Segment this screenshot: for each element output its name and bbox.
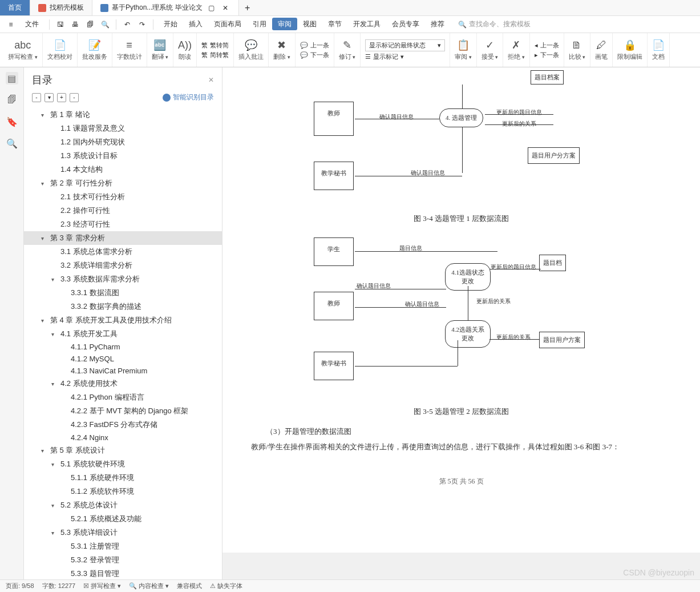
menu-tab-5[interactable]: 视图 <box>297 18 322 30</box>
outline-item[interactable]: 4.1.1 PyCharm <box>24 341 222 353</box>
outline-item[interactable]: 4.1.2 MySQL <box>24 353 222 365</box>
outline-item[interactable]: 4.2.3 FastDFS 分布式存储 <box>24 418 222 432</box>
outline-item[interactable]: ▾第 2 章 可行性分析 <box>24 176 222 190</box>
tab-document[interactable]: 基于Python...理系统 毕业论文▢✕ <box>92 0 239 15</box>
status-spellcheck[interactable]: ☒拼写检查 ▾ <box>83 582 121 590</box>
command-search[interactable]: 🔍查找命令、搜索模板 <box>452 19 531 29</box>
status-compat[interactable]: 兼容模式 <box>177 582 202 590</box>
outline-item[interactable]: 5.1.2 系统软件环境 <box>24 485 222 498</box>
tab-close-icon[interactable]: ✕ <box>220 4 230 12</box>
outline-expand-icon[interactable]: ▾ <box>44 93 54 102</box>
ribbon-delete[interactable]: ✖删除 <box>269 33 296 67</box>
outline-item[interactable]: ▾第 4 章 系统开发工具及使用技术介绍 <box>24 313 222 327</box>
outline-item[interactable]: ▾4.1 系统开发工具 <box>24 327 222 341</box>
outline-item[interactable]: 3.1 系统总体需求分析 <box>24 245 222 259</box>
tab-template[interactable]: 找稻壳模板 <box>30 0 92 15</box>
outline-item[interactable]: 1.2 国内外研究现状 <box>24 135 222 149</box>
menu-tab-4[interactable]: 审阅 <box>272 18 297 30</box>
ribbon-review[interactable]: 📋审阅 <box>450 33 477 67</box>
ribbon-spellcheck[interactable]: abc拼写检查 <box>3 33 43 67</box>
thumbnail-tab-icon[interactable]: 🗐 <box>6 94 18 106</box>
outline-item[interactable]: ▾3.3 系统数据库需求分析 <box>24 272 222 286</box>
menu-tab-2[interactable]: 页面布局 <box>208 18 247 30</box>
menu-tab-1[interactable]: 插入 <box>183 18 208 30</box>
outline-item[interactable]: ▾第 3 章 需求分析 <box>24 231 222 245</box>
save-icon[interactable]: 🖫 <box>54 18 67 31</box>
menu-file[interactable]: 文件 <box>19 17 44 31</box>
undo-icon[interactable]: ↶ <box>121 18 133 31</box>
ribbon-prev-comment[interactable]: 💬上一条 <box>300 41 329 50</box>
outline-item[interactable]: ▾4.2 系统使用技术 <box>24 377 222 390</box>
ribbon-revise[interactable]: ✎修订 <box>334 33 361 67</box>
bookmark-tab-icon[interactable]: 🔖 <box>6 115 18 128</box>
ribbon-read[interactable]: A))朗读 <box>173 33 197 67</box>
outline-item[interactable]: 1.4 本文结构 <box>24 163 222 176</box>
outline-add-icon[interactable]: + <box>57 93 66 102</box>
markup-display-select[interactable]: 显示标记的最终状态▾ <box>365 39 445 51</box>
outline-collapse-icon[interactable]: - <box>32 93 41 102</box>
ribbon-next-change[interactable]: ▸下一条 <box>535 51 559 59</box>
outline-item[interactable]: 4.2.4 Nginx <box>24 432 222 444</box>
outline-item[interactable]: 5.3.1 注册管理 <box>24 539 222 553</box>
outline-remove-icon[interactable]: - <box>70 93 79 102</box>
outline-item[interactable]: 4.2.2 基于 MVT 架构的 Django 框架 <box>24 404 222 418</box>
outline-item[interactable]: 3.3.1 数据流图 <box>24 286 222 300</box>
ribbon-prev-change[interactable]: ◂上一条 <box>535 41 559 50</box>
status-font[interactable]: ⚠缺失字体 <box>210 582 242 590</box>
outline-item[interactable]: ▾5.1 系统软硬件环境 <box>24 457 222 471</box>
redo-icon[interactable]: ↷ <box>136 18 148 31</box>
outline-item[interactable]: ▾第 5 章 系统设计 <box>24 444 222 457</box>
tab-popout-icon[interactable]: ▢ <box>206 4 217 12</box>
outline-item[interactable]: 5.3.3 题目管理 <box>24 567 222 579</box>
ribbon-next-comment[interactable]: 💬下一条 <box>300 51 329 59</box>
hamburger-icon[interactable]: ≡ <box>5 18 17 31</box>
print-preview-icon[interactable]: 🗐 <box>84 18 96 31</box>
status-page[interactable]: 页面: 9/58 <box>6 582 34 590</box>
outline-item[interactable]: ▾5.3 系统详细设计 <box>24 526 222 539</box>
outline-item[interactable]: 1.3 系统设计目标 <box>24 149 222 163</box>
menu-tab-0[interactable]: 开始 <box>158 18 183 30</box>
new-tab-button[interactable]: + <box>239 0 256 15</box>
outline-item[interactable]: 2.1 技术可行性分析 <box>24 190 222 204</box>
ribbon-show-markup[interactable]: ☰显示标记 ▾ <box>365 53 445 61</box>
preview-icon[interactable]: 🔍 <box>99 18 111 31</box>
outline-item[interactable]: 3.3.2 数据字典的描述 <box>24 300 222 313</box>
outline-item[interactable]: 2.3 经济可行性 <box>24 218 222 231</box>
outline-item[interactable]: 5.1.1 系统硬件环境 <box>24 471 222 485</box>
outline-item[interactable]: ▾5.2 系统总体设计 <box>24 498 222 512</box>
search-tab-icon[interactable]: 🔍 <box>6 137 18 150</box>
ribbon-compare[interactable]: 🗎比较 <box>564 33 591 67</box>
ribbon-restrict[interactable]: 🔒限制编辑 <box>613 33 648 67</box>
ribbon-reject[interactable]: ✗拒绝 <box>503 33 530 67</box>
menu-tab-6[interactable]: 章节 <box>322 18 347 30</box>
tab-home[interactable]: 首页 <box>0 0 30 15</box>
ribbon-doccheck[interactable]: 📄文档校对 <box>43 33 78 67</box>
ribbon-pen[interactable]: 🖊画笔 <box>590 33 613 67</box>
menu-tab-3[interactable]: 引用 <box>247 18 272 30</box>
ribbon-fan-to-jian[interactable]: 繁繁转简 <box>201 41 229 50</box>
outline-item[interactable]: 5.2.1 系统概述及功能 <box>24 512 222 526</box>
smart-toc-button[interactable]: 智能识别目录 <box>163 92 214 102</box>
outline-close-icon[interactable]: ✕ <box>208 76 214 84</box>
ribbon-accept[interactable]: ✓接受 <box>477 33 504 67</box>
outline-item[interactable]: 4.1.3 NaviCat Premium <box>24 365 222 377</box>
ribbon-translate[interactable]: 🔤翻译 <box>147 33 174 67</box>
menu-tab-9[interactable]: 推荐 <box>425 18 450 30</box>
ribbon-wordcount[interactable]: ≡字数统计 <box>112 33 147 67</box>
menu-tab-7[interactable]: 开发工具 <box>347 18 386 30</box>
outline-item[interactable]: 5.3.2 登录管理 <box>24 553 222 567</box>
print-icon[interactable]: 🖶 <box>69 18 82 31</box>
document-area[interactable]: 题目档案 教师 确认题目信息 4. 选题管理 更新后的题目信息 更新后的关系 题… <box>222 67 700 579</box>
status-words[interactable]: 字数: 12277 <box>42 582 76 590</box>
outline-item[interactable]: 1.1 课题背景及意义 <box>24 122 222 135</box>
ribbon-doc[interactable]: 📄文档 <box>648 33 670 67</box>
outline-item[interactable]: 3.2 系统详细需求分析 <box>24 259 222 272</box>
ribbon-batch[interactable]: 📝批改服务 <box>78 33 112 67</box>
ribbon-jian-to-fan[interactable]: 繁简转繁 <box>201 51 229 59</box>
menu-tab-8[interactable]: 会员专享 <box>386 18 425 30</box>
ribbon-comment[interactable]: 💬插入批注 <box>234 33 269 67</box>
outline-item[interactable]: 2.2 操作可行性 <box>24 204 222 218</box>
outline-item[interactable]: 4.2.1 Python 编程语言 <box>24 390 222 404</box>
outline-tab-icon[interactable]: ▤ <box>6 72 18 84</box>
outline-item[interactable]: ▾第 1 章 绪论 <box>24 108 222 122</box>
